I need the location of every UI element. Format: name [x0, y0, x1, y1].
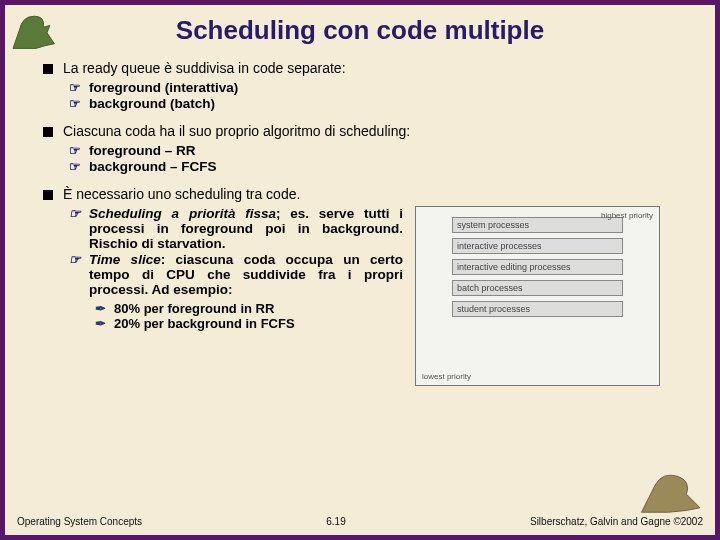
footer-page-number: 6.19	[326, 516, 345, 527]
diagram-box: interactive editing processes	[452, 259, 623, 275]
bullet-3-text: È necessario uno scheduling tra code.	[63, 186, 300, 202]
bullet-2: Ciascuna coda ha il suo proprio algoritm…	[43, 123, 693, 174]
pointer-icon: ☞	[69, 80, 81, 95]
square-bullet-icon	[43, 64, 53, 74]
footer-left: Operating System Concepts	[17, 516, 142, 527]
bullet-3-sub-1: Scheduling a priorità fissa; es. serve t…	[89, 206, 403, 251]
pointer-icon: ☞	[69, 143, 81, 158]
book-icon: ✒	[95, 316, 106, 331]
dinosaur-image-top	[7, 7, 65, 53]
bullet-3-subsub-1: 80% per foreground in RR	[114, 301, 274, 316]
diagram-label-top: highest priority	[601, 211, 653, 220]
bullet-1-sub-2: background (batch)	[89, 96, 215, 111]
bullet-2-sub-1: foreground – RR	[89, 143, 196, 158]
square-bullet-icon	[43, 127, 53, 137]
bullet-2-text: Ciascuna coda ha il suo proprio algoritm…	[63, 123, 410, 139]
bullet-1: La ready queue è suddivisa in code separ…	[43, 60, 693, 111]
bullet-1-text: La ready queue è suddivisa in code separ…	[63, 60, 346, 76]
bullet-3-sub-2: Time slice: ciascuna coda occupa un cert…	[89, 252, 403, 297]
bullet-3-subsub-2: 20% per background in FCFS	[114, 316, 295, 331]
square-bullet-icon	[43, 190, 53, 200]
book-icon: ✒	[95, 301, 106, 316]
bullet-1-sub-1: foreground (interattiva)	[89, 80, 238, 95]
pointer-icon: ☞	[69, 252, 81, 297]
diagram-box: interactive processes	[452, 238, 623, 254]
footer-right: Silberschatz, Galvin and Gagne ©2002	[530, 516, 703, 527]
bullet-2-sub-2: background – FCFS	[89, 159, 217, 174]
slide-content: La ready queue è suddivisa in code separ…	[5, 60, 715, 386]
diagram-box: batch processes	[452, 280, 623, 296]
diagram-box: student processes	[452, 301, 623, 317]
priority-queue-diagram: highest priority system processes intera…	[415, 206, 660, 386]
diagram-box: system processes	[452, 217, 623, 233]
pointer-icon: ☞	[69, 206, 81, 251]
diagram-label-bottom: lowest priority	[422, 372, 471, 381]
page-title: Scheduling con code multiple	[5, 15, 715, 46]
dinosaur-image-bottom	[637, 467, 709, 517]
pointer-icon: ☞	[69, 96, 81, 111]
bullet-3: È necessario uno scheduling tra code. ☞ …	[43, 186, 693, 386]
footer: Operating System Concepts 6.19 Silbersch…	[17, 516, 703, 527]
pointer-icon: ☞	[69, 159, 81, 174]
